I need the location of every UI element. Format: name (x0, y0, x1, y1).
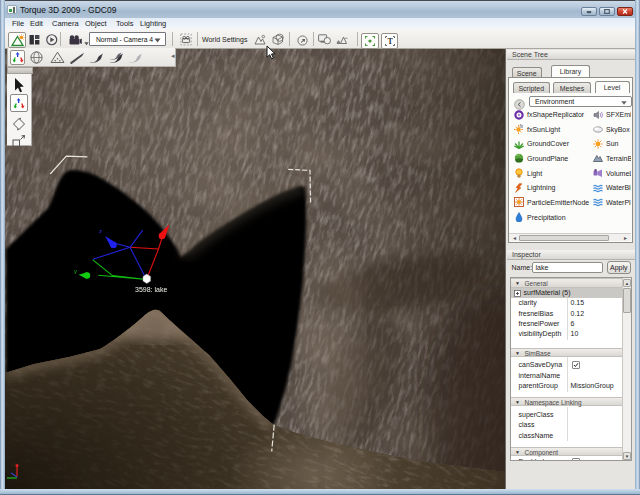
svg-text:z: z (99, 228, 102, 234)
svg-text:3598: lake: 3598: lake (135, 286, 167, 293)
svg-text:fx: fx (520, 124, 524, 129)
svg-text:y: y (74, 268, 77, 274)
svg-text:T: T (388, 37, 394, 46)
